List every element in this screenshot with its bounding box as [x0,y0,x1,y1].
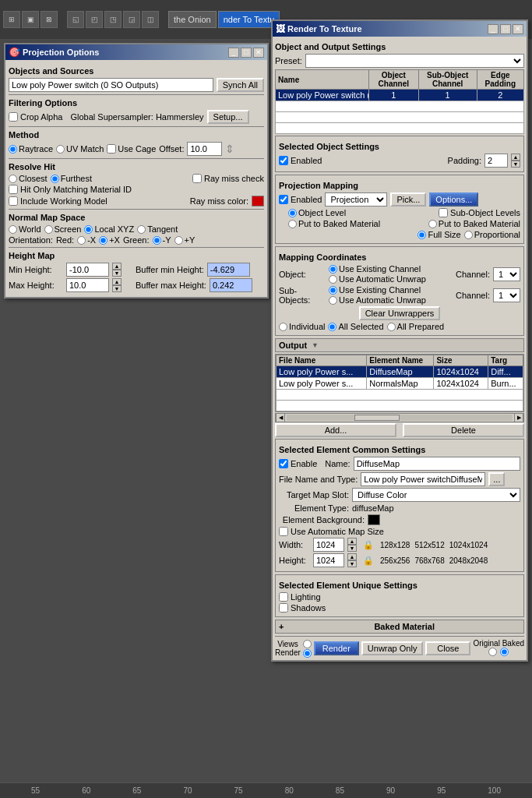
red-pos-x-option[interactable]: +X [99,235,120,245]
output-scrollbar[interactable]: ◀ ▶ [275,413,524,422]
furthest-radio[interactable] [51,175,59,183]
max-height-field[interactable] [66,278,109,292]
close-rtt-button[interactable]: Close [425,641,470,655]
raytrace-radio[interactable] [9,145,17,154]
sub-object-levels-item[interactable]: Sub-Object Levels [439,208,520,217]
maximize-button[interactable]: □ [241,48,252,58]
green-neg-y-option[interactable]: -Y [153,235,171,245]
baked-radio[interactable] [500,648,509,656]
options-button[interactable]: Options... [429,192,478,207]
crop-alpha-checkbox[interactable] [9,112,18,122]
size-2048x2048[interactable]: 2048x2048 [449,556,488,565]
all-selected-radio[interactable] [328,323,336,331]
include-working-checkbox[interactable] [9,196,18,206]
tangent-option[interactable]: Tangent [137,224,178,234]
use-existing-radio[interactable] [329,265,337,274]
element-name-field[interactable] [354,457,520,471]
taskbar-icon-2[interactable]: ▣ [22,11,39,28]
use-existing-option[interactable]: Use Existing Channel [329,264,453,274]
green-pos-y-option[interactable]: +Y [174,235,196,245]
views-radio-item[interactable] [303,640,312,648]
lighting-checkbox[interactable] [279,592,288,602]
taskbar-icon-5[interactable]: ◰ [86,11,103,28]
use-auto-radio[interactable] [329,275,337,284]
put-baked-radio[interactable] [288,220,297,228]
closest-option[interactable]: Closest [9,174,48,183]
max-height-up[interactable]: ▲ [112,278,122,285]
offset-field[interactable] [187,142,222,156]
padding-spinner[interactable]: ▲ ▼ [511,154,520,168]
use-cage-option[interactable]: Use Cage [107,144,156,154]
taskbar-icon-7[interactable]: ◲ [123,11,140,28]
full-size-option[interactable]: Full Size [417,230,460,239]
preset-dropdown[interactable] [305,54,524,68]
object-level-option[interactable]: Object Level [288,208,346,217]
uv-match-option[interactable]: UV Match [56,144,104,154]
enabled-checkbox[interactable] [279,156,288,165]
red-neg-x-radio[interactable] [77,236,86,245]
sub-object-checkbox[interactable] [439,208,448,217]
scroll-track[interactable] [287,415,513,421]
element-enable-item[interactable]: Enable [279,459,317,468]
uv-match-radio[interactable] [56,145,65,154]
unwrap-only-button[interactable]: Unwrap Only [361,641,424,655]
taskbar-icon-1[interactable]: ⊞ [3,11,20,28]
proportional-option[interactable]: Proportional [464,230,520,239]
render-radio-item[interactable] [303,649,312,658]
file-name-field[interactable] [361,472,485,486]
screen-option[interactable]: Screen [44,224,82,234]
red-pos-x-radio[interactable] [99,236,107,245]
green-pos-y-radio[interactable] [174,236,183,245]
table-row[interactable]: Low poly Power switch (0 SO ... 1 1 2 [276,90,524,101]
rtt-restore[interactable]: □ [500,24,511,34]
synch-all-button[interactable]: Synch All [217,78,264,92]
target-map-dropdown[interactable]: Diffuse Color [352,488,520,502]
projection-dropdown[interactable]: Projection [325,192,387,207]
padding-down[interactable]: ▼ [511,161,520,168]
size-512x512[interactable]: 512x512 [414,541,444,549]
views-radio[interactable] [303,640,312,648]
height-field[interactable] [313,553,344,567]
object-name-field[interactable] [9,78,213,92]
crop-alpha-check[interactable]: Crop Alpha [9,112,62,122]
max-height-spinner[interactable]: ▲ ▼ [112,278,122,292]
individual-radio[interactable] [279,323,287,331]
tangent-radio[interactable] [137,225,146,234]
size-1024x1024[interactable]: 1024x1024 [449,541,488,549]
width-down[interactable]: ▼ [347,545,357,552]
size-256x256[interactable]: 256x256 [380,556,410,565]
width-spinner[interactable]: ▲ ▼ [347,538,357,552]
max-height-down[interactable]: ▼ [112,285,122,292]
render-button[interactable]: Render [314,641,359,655]
ray-miss-checkbox[interactable] [192,174,202,183]
furthest-option[interactable]: Furthest [51,174,92,183]
shadows-item[interactable]: Shadows [279,603,326,613]
ray-miss-check-item[interactable]: Ray miss check [192,174,264,183]
taskbar-icon-4[interactable]: ◱ [67,11,84,28]
green-neg-y-radio[interactable] [153,236,161,245]
taskbar-icon-6[interactable]: ◳ [104,11,122,28]
size-768x768[interactable]: 768x768 [414,556,444,565]
hit-only-checkbox[interactable] [9,185,18,194]
screen-radio[interactable] [44,225,53,234]
use-existing-2-option[interactable]: Use Existing Channel [329,285,453,295]
use-existing-2-radio[interactable] [329,286,337,295]
element-bg-color[interactable] [368,514,380,525]
delete-button[interactable]: Delete [403,423,524,437]
individual-option[interactable]: Individual [279,322,325,331]
full-size-radio[interactable] [417,231,426,239]
auto-map-size-checkbox[interactable] [279,527,288,536]
object-level-radio[interactable] [288,209,297,217]
hit-only-item[interactable]: Hit Only Matching Material ID [9,185,132,194]
channel-dropdown[interactable]: 1 [493,267,520,281]
channel-2-dropdown[interactable]: 1 [493,288,520,302]
padding-up[interactable]: ▲ [511,154,520,161]
local-xyz-radio[interactable] [84,225,93,234]
buffer-min-field[interactable] [207,263,250,277]
output-row-1[interactable]: Low poly Power s... DiffuseMap 1024x1024… [277,366,523,378]
enabled-check-item[interactable]: Enabled [279,156,322,165]
min-height-up[interactable]: ▲ [112,263,122,270]
setup-button[interactable]: Setup... [207,110,249,124]
proportional-radio[interactable] [464,231,473,239]
minimize-button[interactable]: _ [228,48,239,58]
